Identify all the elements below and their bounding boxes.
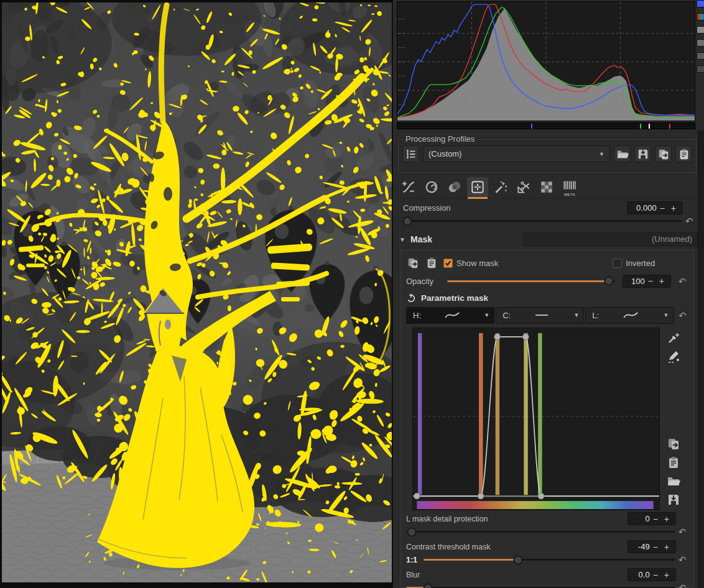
- tab-detail[interactable]: [421, 177, 442, 197]
- contrast-threshold-slider[interactable]: [424, 559, 675, 561]
- histogram-value-indicator: [669, 124, 670, 129]
- copy-profile-button[interactable]: [655, 145, 672, 162]
- curve-editor-canvas[interactable]: [412, 328, 660, 510]
- tab-exposure[interactable]: [398, 177, 419, 197]
- tab-raw[interactable]: [536, 177, 557, 197]
- application-window: Processing Profiles (Custom) ▼: [0, 0, 704, 588]
- opacity-reset-button[interactable]: ↶: [676, 277, 688, 286]
- profile-selected-value: (Custom): [428, 149, 461, 158]
- inverted-option[interactable]: Inverted: [613, 259, 655, 268]
- expander-triangle-icon[interactable]: ▼: [398, 236, 407, 243]
- blur-slider-knob[interactable]: [423, 583, 432, 588]
- save-icon: [637, 148, 649, 160]
- right-tool-panel: Processing Profiles (Custom) ▼: [393, 0, 704, 588]
- opacity-increment-button[interactable]: +: [656, 277, 667, 285]
- histogram-rgb-toggle[interactable]: [697, 13, 704, 21]
- contrast-threshold-slider-knob[interactable]: [513, 555, 522, 564]
- save-profile-button[interactable]: [634, 145, 651, 162]
- histogram-mode-toggle[interactable]: [697, 65, 704, 73]
- l-mask-detail-slider-knob[interactable]: [407, 527, 416, 536]
- compression-decrement-button[interactable]: −: [657, 204, 668, 213]
- histogram-blue-toggle[interactable]: [697, 0, 704, 7]
- paste-mask-button[interactable]: [425, 256, 438, 270]
- compression-slider-knob[interactable]: [402, 216, 412, 226]
- l-mask-detail-reset-button[interactable]: ↶: [676, 527, 688, 536]
- processing-profiles-group: Processing Profiles (Custom) ▼: [398, 139, 697, 173]
- copy-arrow-icon: [407, 257, 419, 269]
- tab-color[interactable]: [444, 177, 465, 197]
- transform-icon: [516, 180, 531, 195]
- chroma-channel-label: C:: [496, 311, 514, 320]
- opacity-control: Opacity 100 − + ↶: [406, 273, 688, 289]
- tab-transform[interactable]: [513, 177, 534, 197]
- chevron-down-icon: ▼: [569, 312, 583, 318]
- paste-profile-button[interactable]: [675, 145, 692, 162]
- blur-reset-button[interactable]: ↶: [676, 583, 688, 588]
- edit-curve-button[interactable]: [665, 349, 682, 365]
- opacity-decrement-button[interactable]: −: [645, 277, 656, 285]
- panel-scrollbar[interactable]: [698, 131, 704, 588]
- profile-select[interactable]: (Custom) ▼: [423, 145, 610, 162]
- copy-mask-button[interactable]: [406, 256, 420, 270]
- opacity-slider-knob[interactable]: [604, 277, 614, 286]
- curve-editor-toolbar: [660, 328, 687, 510]
- chevron-down-icon: ▼: [479, 312, 494, 318]
- opacity-value: 100: [626, 277, 645, 286]
- histogram-chroma-toggle[interactable]: [697, 39, 704, 47]
- contrast-threshold-reset-button[interactable]: ↶: [676, 555, 688, 564]
- l-mask-detail-decrement-button[interactable]: −: [650, 515, 661, 523]
- chroma-curve-select[interactable]: C: ▼: [496, 307, 584, 324]
- tab-metadata[interactable]: META: [559, 177, 580, 197]
- tab-effects[interactable]: [490, 177, 511, 197]
- show-mask-option[interactable]: Show mask: [443, 259, 498, 268]
- copy-arrow-icon: [657, 148, 670, 160]
- blur-decrement-button[interactable]: −: [650, 571, 661, 579]
- clipboard-paste-icon: [425, 257, 438, 269]
- parametric-mask-title: Parametric mask: [421, 293, 488, 303]
- load-profile-button[interactable]: [614, 145, 631, 162]
- color-picker-button[interactable]: [665, 330, 682, 346]
- scurve-glyph-icon: [425, 311, 479, 319]
- image-preview-area[interactable]: [0, 0, 393, 588]
- save-curve-button[interactable]: [665, 492, 682, 508]
- paste-curve-button[interactable]: [665, 454, 682, 471]
- blur-increment-button[interactable]: +: [661, 571, 672, 579]
- contrast-threshold-decrement-button[interactable]: −: [650, 543, 661, 551]
- compression-increment-button[interactable]: +: [668, 204, 679, 213]
- opacity-label: Opacity: [406, 277, 442, 286]
- curve-reset-button[interactable]: ↶: [677, 311, 688, 320]
- processing-profiles-label: Processing Profiles: [402, 134, 478, 144]
- check-icon: [445, 260, 452, 267]
- l-mask-detail-value: 0: [631, 514, 650, 523]
- contrast-threshold-increment-button[interactable]: +: [661, 543, 672, 551]
- copy-curve-button[interactable]: [665, 436, 682, 452]
- compression-slider[interactable]: [403, 220, 682, 222]
- mask-section-header[interactable]: ▼ Mask (Unnamed): [398, 231, 698, 247]
- histogram-panel: [397, 1, 695, 121]
- histogram-raw-toggle[interactable]: [697, 52, 704, 60]
- channel-curve-selectors: H: ▼ C: ▼ L: ▼ ↶: [406, 306, 688, 324]
- histogram-plot: [397, 2, 695, 121]
- hue-curve-select[interactable]: H: ▼: [406, 307, 494, 324]
- profile-fill-mode-button[interactable]: [402, 145, 419, 162]
- luma-curve-select[interactable]: L: ▼: [585, 307, 674, 324]
- mask-name-field[interactable]: (Unnamed): [524, 232, 698, 246]
- hue-curve-editor: [406, 328, 688, 510]
- histogram-value-indicator: [649, 124, 650, 129]
- compression-reset-button[interactable]: ↶: [683, 216, 695, 226]
- blur-value: 0.0: [631, 570, 650, 579]
- show-mask-checkbox[interactable]: [443, 259, 453, 268]
- opacity-slider[interactable]: [447, 280, 615, 282]
- image-preview[interactable]: [0, 0, 393, 588]
- power-icon[interactable]: [406, 293, 416, 303]
- chevron-down-icon: ▼: [659, 312, 674, 318]
- show-mask-label: Show mask: [456, 259, 498, 268]
- inverted-checkbox[interactable]: [613, 259, 622, 268]
- l-mask-detail-slider[interactable]: [406, 531, 675, 533]
- load-curve-button[interactable]: [665, 473, 682, 489]
- mask-section: ▼ Mask (Unnamed) Show mas: [398, 231, 698, 588]
- histogram-luma-toggle[interactable]: [697, 26, 704, 34]
- tab-local-editing[interactable]: [467, 177, 488, 197]
- compression-control: Compression 0.000 − + ↶: [403, 201, 695, 227]
- l-mask-detail-increment-button[interactable]: +: [661, 515, 672, 523]
